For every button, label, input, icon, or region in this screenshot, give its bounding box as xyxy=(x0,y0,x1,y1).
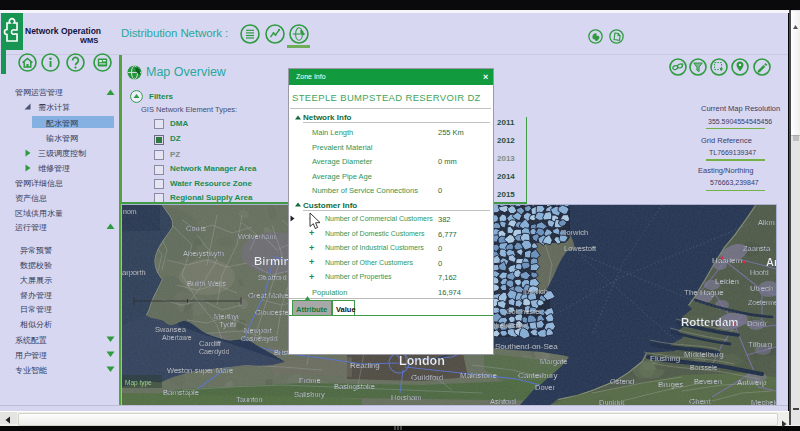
svg-text:Corris: Corris xyxy=(186,224,206,233)
svg-text:Basingstoke: Basingstoke xyxy=(334,382,375,391)
svg-text:nom: nom xyxy=(123,208,137,215)
svg-text:Chelmsford: Chelmsford xyxy=(490,321,528,330)
svg-text:Guildford: Guildford xyxy=(411,373,443,382)
svg-text:Margate: Margate xyxy=(540,357,568,366)
svg-text:Dordr: Dordr xyxy=(747,319,767,328)
svg-text:Colchester: Colchester xyxy=(506,307,542,316)
svg-text:arporth: arporth xyxy=(122,268,146,277)
svg-text:Haarlem: Haarlem xyxy=(712,256,743,265)
svg-text:Utrech: Utrech xyxy=(750,284,774,293)
svg-text:Lowestoft: Lowestoft xyxy=(564,244,597,253)
svg-text:Gloucester: Gloucester xyxy=(255,308,292,317)
svg-text:Horsham: Horsham xyxy=(391,393,421,402)
svg-text:Middelburg: Middelburg xyxy=(684,350,724,359)
svg-text:Antwerp: Antwerp xyxy=(737,378,767,387)
svg-text:Caerdydd: Caerdydd xyxy=(199,348,229,356)
svg-text:Ipswich: Ipswich xyxy=(523,287,548,296)
svg-text:Builth Wells: Builth Wells xyxy=(187,279,226,288)
svg-text:Am: Am xyxy=(766,256,776,268)
svg-text:Zaansta: Zaansta xyxy=(743,244,771,253)
svg-text:Abertawe: Abertawe xyxy=(162,334,192,341)
svg-text:Leiden: Leiden xyxy=(715,277,739,286)
svg-text:Cardiff: Cardiff xyxy=(199,339,222,348)
svg-text:Zoeterme: Zoeterme xyxy=(748,299,776,306)
svg-text:The Hague: The Hague xyxy=(684,288,724,297)
svg-text:Newport: Newport xyxy=(244,326,273,335)
svg-text:Southend-on-Sea: Southend-on-Sea xyxy=(495,342,558,351)
svg-text:Dunkirk: Dunkirk xyxy=(599,398,625,405)
svg-text:Canterbury: Canterbury xyxy=(518,371,558,380)
svg-text:Norwich: Norwich xyxy=(561,228,588,237)
svg-text:Mechelen: Mechelen xyxy=(751,398,776,405)
svg-text:Stratford: Stratford xyxy=(258,273,287,282)
svg-text:Dover: Dover xyxy=(535,383,556,392)
svg-text:Maidstone: Maidstone xyxy=(460,371,497,380)
svg-text:Aberystwyth: Aberystwyth xyxy=(183,249,224,258)
svg-text:Map type: Map type xyxy=(125,379,152,387)
svg-text:Casnewydd: Casnewydd xyxy=(241,335,278,343)
svg-text:Reading: Reading xyxy=(350,361,380,370)
svg-text:Ashford: Ashford xyxy=(490,397,516,405)
svg-text:Flushing: Flushing xyxy=(650,354,680,363)
svg-text:Tilburg: Tilburg xyxy=(748,340,772,349)
svg-text:Hoofd: Hoofd xyxy=(750,269,769,276)
svg-text:London: London xyxy=(399,354,445,368)
svg-text:Frome: Frome xyxy=(299,376,321,385)
svg-text:Alkm: Alkm xyxy=(758,218,775,227)
svg-text:Ostend: Ostend xyxy=(610,377,634,386)
svg-text:Swansea: Swansea xyxy=(155,325,187,334)
svg-text:Rotterdam: Rotterdam xyxy=(681,316,739,328)
svg-text:Weston-super-Mare: Weston-super-Mare xyxy=(167,366,233,375)
svg-text:Borssele: Borssele xyxy=(690,364,717,371)
svg-text:Taunton: Taunton xyxy=(236,395,263,404)
svg-text:Wolverham: Wolverham xyxy=(238,232,276,241)
svg-text:Barnstaple: Barnstaple xyxy=(163,388,199,397)
svg-text:Salisbury: Salisbury xyxy=(294,390,325,399)
svg-text:Beveren: Beveren xyxy=(694,377,722,386)
svg-text:Ghent: Ghent xyxy=(689,397,712,405)
svg-text:Tydfil: Tydfil xyxy=(219,320,237,329)
svg-text:Bruges: Bruges xyxy=(658,380,683,389)
